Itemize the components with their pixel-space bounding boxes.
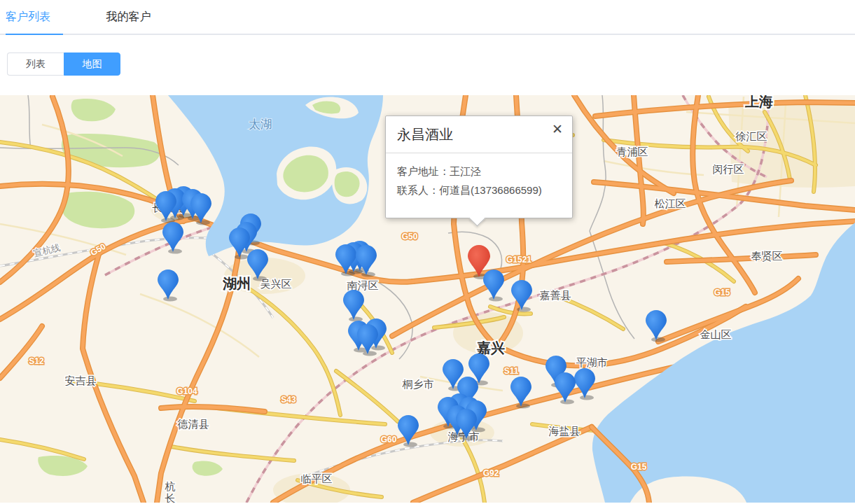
customer-address-row: 客户地址：王江泾	[397, 162, 561, 181]
contact-value: 何道昌(13736866599)	[439, 184, 542, 196]
close-icon[interactable]: ✕	[552, 122, 563, 136]
map-label: G60	[381, 435, 397, 444]
customer-info-window: 永昌酒业 ✕ 客户地址：王江泾 联系人：何道昌(13736866599)	[385, 115, 573, 218]
map-label: 平湖市	[576, 356, 608, 368]
map-label: 桐乡市	[402, 378, 434, 390]
map-label: 金山区	[700, 328, 732, 340]
map-label: 安吉县	[65, 374, 97, 386]
map-label: 长	[165, 492, 176, 503]
active-tab-underline	[6, 34, 63, 35]
map-label: 湖州	[223, 276, 251, 291]
map-canvas[interactable]: 太湖上海徐汇区青浦区闵行区松江区奉贤区金山区嘉善县平湖市嘉兴桐乡市海宁市海盐县临…	[0, 95, 855, 503]
tab-customer-list[interactable]: 客户列表	[6, 0, 50, 34]
info-window-body: 客户地址：王江泾 联系人：何道昌(13736866599)	[386, 153, 572, 218]
map-label: 徐汇区	[735, 130, 767, 142]
customer-contact-row: 联系人：何道昌(13736866599)	[397, 181, 561, 200]
tabs-bar: 客户列表 我的客户	[0, 0, 855, 35]
map-label: S11	[504, 366, 519, 376]
map-label: G50	[402, 232, 418, 241]
address-value: 王江泾	[450, 165, 481, 177]
map-label: 上海	[744, 95, 773, 109]
map-label: 临平区	[301, 472, 333, 484]
map-label: S12	[29, 356, 44, 366]
map-label: 南浔区	[347, 279, 379, 291]
list-view-button[interactable]: 列表	[7, 52, 64, 76]
map-label: 嘉兴	[477, 340, 505, 356]
map-label: G15	[631, 462, 647, 472]
map-label: 嘉善县	[540, 289, 571, 301]
map-label: 太湖	[249, 118, 272, 131]
map-view-button[interactable]: 地图	[64, 52, 120, 76]
tab-my-customers[interactable]: 我的客户	[106, 0, 151, 34]
view-toggle: 列表 地图	[7, 52, 855, 76]
map-label: G104	[176, 386, 197, 396]
map-label: 海盐县	[549, 425, 581, 437]
map-label: 闵行区	[713, 163, 744, 175]
map-label: 奉贤区	[751, 250, 783, 262]
map-label: 杭	[165, 480, 176, 492]
map-label: 松江区	[655, 197, 686, 209]
info-window-title: 永昌酒业	[386, 116, 572, 153]
map-label: G1521	[506, 255, 531, 265]
map-label: S43	[281, 395, 296, 405]
contact-label: 联系人：	[397, 184, 439, 196]
map-label: 青浦区	[617, 146, 648, 158]
map-label: G92	[483, 468, 499, 478]
map-label: G15	[714, 288, 730, 298]
map-label: 德清县	[177, 418, 209, 430]
address-label: 客户地址：	[397, 165, 450, 177]
